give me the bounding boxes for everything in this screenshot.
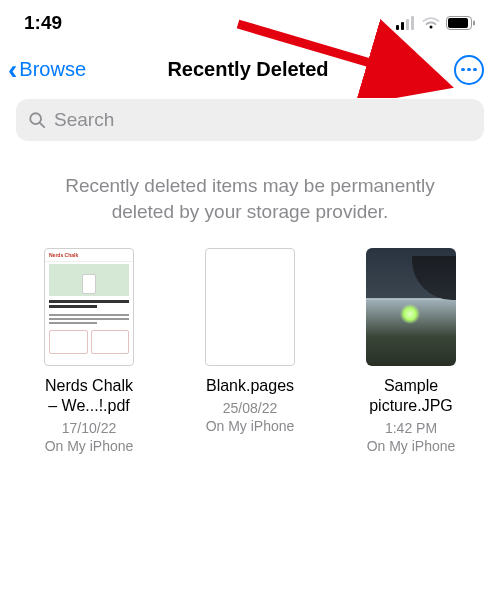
status-bar: 1:49 <box>0 0 500 42</box>
search-icon <box>28 111 46 129</box>
navigation-bar: ‹ Browse Recently Deleted <box>0 42 500 91</box>
file-date: 17/10/22 <box>62 420 117 436</box>
svg-rect-6 <box>473 21 475 26</box>
back-label: Browse <box>19 58 86 81</box>
back-button[interactable]: ‹ Browse <box>8 56 86 84</box>
file-name: Blank.pages <box>206 376 294 396</box>
file-location: On My iPhone <box>206 418 295 434</box>
file-name: Sample picture.JPG <box>369 376 453 416</box>
svg-rect-3 <box>411 16 414 30</box>
file-thumbnail: Nerds Chalk <box>44 248 134 366</box>
search-input[interactable] <box>54 109 472 131</box>
file-location: On My iPhone <box>45 438 134 454</box>
status-time: 1:49 <box>24 12 62 34</box>
cellular-icon <box>396 16 416 30</box>
more-options-button[interactable] <box>454 55 484 85</box>
file-item[interactable]: Blank.pages 25/08/22 On My iPhone <box>185 248 315 454</box>
ellipsis-icon <box>461 68 477 72</box>
file-item[interactable]: Nerds Chalk Nerds Chalk – We...!.pdf 17/… <box>24 248 154 454</box>
file-item[interactable]: Sample picture.JPG 1:42 PM On My iPhone <box>346 248 476 454</box>
svg-rect-2 <box>406 19 409 30</box>
file-thumbnail <box>205 248 295 366</box>
svg-rect-0 <box>396 25 399 30</box>
wifi-icon <box>422 16 440 30</box>
svg-rect-5 <box>448 18 468 28</box>
svg-rect-1 <box>401 22 404 30</box>
search-bar[interactable] <box>16 99 484 141</box>
battery-icon <box>446 16 476 30</box>
info-message: Recently deleted items may be permanentl… <box>0 141 500 248</box>
file-name: Nerds Chalk – We...!.pdf <box>45 376 133 416</box>
svg-line-8 <box>40 123 44 127</box>
file-thumbnail <box>366 248 456 366</box>
file-location: On My iPhone <box>367 438 456 454</box>
chevron-left-icon: ‹ <box>8 56 17 84</box>
file-grid: Nerds Chalk Nerds Chalk – We...!.pdf 17/… <box>0 248 500 454</box>
file-date: 25/08/22 <box>223 400 278 416</box>
file-date: 1:42 PM <box>385 420 437 436</box>
svg-point-7 <box>30 113 41 124</box>
status-icons <box>396 16 476 30</box>
